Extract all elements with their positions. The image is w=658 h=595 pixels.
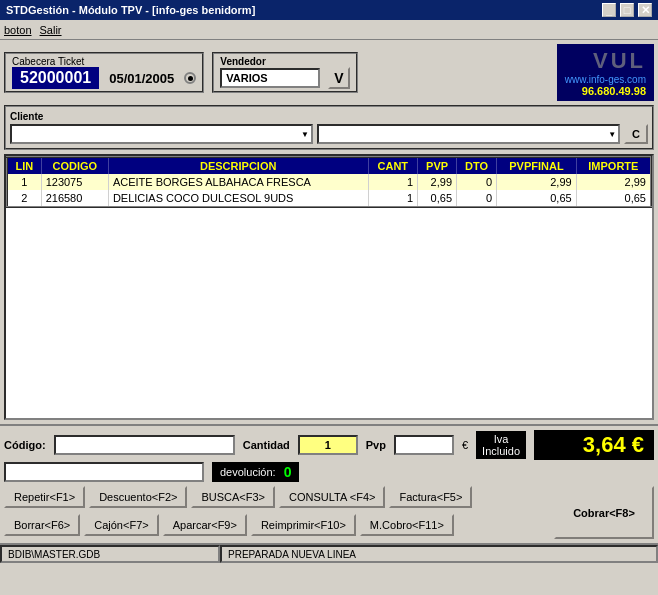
col-pvpfinal: PVPFINAL bbox=[497, 157, 577, 174]
cell-importe: 2,99 bbox=[576, 174, 651, 190]
v-badge: V bbox=[328, 67, 349, 89]
cell-codigo: 216580 bbox=[41, 190, 108, 207]
table-header-row: LIN CODIGO DESCRIPCION CANT PVP DTO PVPF… bbox=[7, 157, 651, 174]
cell-descripcion: DELICIAS COCO DULCESOL 9UDS bbox=[108, 190, 368, 207]
all-buttons: Repetir<F1> Descuento<F2> BUSCA<F3> CONS… bbox=[4, 486, 654, 539]
close-button[interactable]: ✕ bbox=[638, 3, 652, 17]
pvp-input[interactable] bbox=[394, 435, 454, 455]
cell-pvpfinal: 0,65 bbox=[497, 190, 577, 207]
devolucion-label: devolución: bbox=[220, 466, 276, 478]
btn-row1: Repetir<F1> Descuento<F2> BUSCA<F3> CONS… bbox=[4, 486, 550, 508]
devolucion-box: devolución: 0 bbox=[212, 462, 299, 482]
main-content: Cabecera Ticket 52000001 05/01/2005 Vend… bbox=[0, 40, 658, 424]
status-left: BDIB\MASTER.GDB bbox=[0, 545, 220, 563]
btn-consulta[interactable]: CONSULTA <F4> bbox=[279, 486, 385, 508]
cell-cant: 1 bbox=[368, 174, 418, 190]
menu-boton[interactable]: boton bbox=[4, 24, 32, 36]
cell-dto: 0 bbox=[457, 174, 497, 190]
codigo-input[interactable] bbox=[54, 435, 235, 455]
cell-pvp: 2,99 bbox=[418, 174, 457, 190]
pvp-label: Pvp bbox=[366, 439, 386, 451]
ticket-number: 52000001 bbox=[12, 67, 99, 89]
cliente-dropdown2[interactable]: ▼ bbox=[317, 124, 620, 144]
btn-cajon[interactable]: Cajón<F7> bbox=[84, 514, 158, 536]
cell-importe: 0,65 bbox=[576, 190, 651, 207]
cliente-dropdown1[interactable]: ▼ bbox=[10, 124, 313, 144]
header-section: Cabecera Ticket 52000001 05/01/2005 Vend… bbox=[4, 44, 654, 101]
c-button[interactable]: C bbox=[624, 124, 648, 144]
logo-vul: VUL bbox=[565, 48, 646, 74]
total-display: 3,64 € bbox=[534, 430, 654, 460]
btn-mcobro[interactable]: M.Cobro<F11> bbox=[360, 514, 454, 536]
table-row[interactable]: 2 216580 DELICIAS COCO DULCESOL 9UDS 1 0… bbox=[7, 190, 651, 207]
cabecera-box: Cabecera Ticket 52000001 05/01/2005 bbox=[4, 52, 204, 93]
btn-borrar[interactable]: Borrar<F6> bbox=[4, 514, 80, 536]
menu-bar: boton Salir bbox=[0, 20, 658, 40]
devolucion-value: 0 bbox=[284, 464, 292, 480]
maximize-button[interactable]: □ bbox=[620, 3, 634, 17]
logo-area: VUL www.info-ges.com 96.680.49.98 bbox=[557, 44, 654, 101]
cell-cant: 1 bbox=[368, 190, 418, 207]
phone: 96.680.49.98 bbox=[565, 85, 646, 97]
vendedor-label: Vendedor bbox=[220, 56, 349, 67]
col-dto: DTO bbox=[457, 157, 497, 174]
minimize-button[interactable]: _ bbox=[602, 3, 616, 17]
table-container: LIN CODIGO DESCRIPCION CANT PVP DTO PVPF… bbox=[4, 154, 654, 420]
cell-pvp: 0,65 bbox=[418, 190, 457, 207]
cell-lin: 2 bbox=[7, 190, 41, 207]
cantidad-label: Cantidad bbox=[243, 439, 290, 451]
website: www.info-ges.com bbox=[565, 74, 646, 85]
menu-salir[interactable]: Salir bbox=[40, 24, 62, 36]
bottom-section: Código: Cantidad Pvp € Iva Incluido 3,64… bbox=[0, 424, 658, 543]
btn-busca[interactable]: BUSCA<F3> bbox=[191, 486, 275, 508]
col-codigo: CODIGO bbox=[41, 157, 108, 174]
btn-row2: Borrar<F6> Cajón<F7> Aparcar<F9> Reimpri… bbox=[4, 514, 550, 536]
cabecera-label: Cabecera Ticket bbox=[12, 56, 196, 67]
btn-factura[interactable]: Factura<F5> bbox=[389, 486, 472, 508]
second-input[interactable] bbox=[4, 462, 204, 482]
btn-group-left: Repetir<F1> Descuento<F2> BUSCA<F3> CONS… bbox=[4, 486, 550, 539]
input-row2: devolución: 0 bbox=[4, 462, 654, 482]
col-importe: IMPORTE bbox=[576, 157, 651, 174]
col-descripcion: DESCRIPCION bbox=[108, 157, 368, 174]
status-bar: BDIB\MASTER.GDB PREPARADA NUEVA LINEA bbox=[0, 543, 658, 563]
col-pvp: PVP bbox=[418, 157, 457, 174]
btn-aparcar[interactable]: Aparcar<F9> bbox=[163, 514, 247, 536]
table-row[interactable]: 1 123075 ACEITE BORGES ALBAHACA FRESCA 1… bbox=[7, 174, 651, 190]
btn-cobrar[interactable]: Cobrar<F8> bbox=[554, 486, 654, 539]
cell-dto: 0 bbox=[457, 190, 497, 207]
cell-descripcion: ACEITE BORGES ALBAHACA FRESCA bbox=[108, 174, 368, 190]
btn-repetir[interactable]: Repetir<F1> bbox=[4, 486, 85, 508]
title-bar: STDGestión - Módulo TPV - [info-ges beni… bbox=[0, 0, 658, 20]
cell-pvpfinal: 2,99 bbox=[497, 174, 577, 190]
cobrar-label: Cobrar<F8> bbox=[573, 507, 635, 519]
status-right: PREPARADA NUEVA LINEA bbox=[220, 545, 658, 563]
cell-codigo: 123075 bbox=[41, 174, 108, 190]
vendedor-box: Vendedor VARIOS V bbox=[212, 52, 357, 93]
cliente-label: Cliente bbox=[10, 111, 648, 122]
btn-reimprimir[interactable]: Reimprimir<F10> bbox=[251, 514, 356, 536]
col-cant: CANT bbox=[368, 157, 418, 174]
codigo-label: Código: bbox=[4, 439, 46, 451]
cliente-section: Cliente ▼ ▼ C bbox=[4, 105, 654, 150]
cantidad-input[interactable] bbox=[298, 435, 358, 455]
window-title: STDGestión - Módulo TPV - [info-ges beni… bbox=[6, 4, 255, 16]
iva-box: Iva Incluido bbox=[476, 431, 526, 459]
date-field: 05/01/2005 bbox=[105, 69, 178, 88]
cliente-inputs: ▼ ▼ C bbox=[10, 124, 648, 144]
input-row1: Código: Cantidad Pvp € Iva Incluido 3,64… bbox=[4, 430, 654, 460]
vendedor-select[interactable]: VARIOS bbox=[220, 68, 320, 88]
cell-lin: 1 bbox=[7, 174, 41, 190]
dropdown-arrow1: ▼ bbox=[301, 130, 309, 139]
btn-descuento[interactable]: Descuento<F2> bbox=[89, 486, 187, 508]
dropdown-arrow2: ▼ bbox=[608, 130, 616, 139]
col-lin: LIN bbox=[7, 157, 41, 174]
euro-sign: € bbox=[462, 439, 468, 451]
radio-button[interactable] bbox=[184, 72, 196, 84]
empty-table-area bbox=[6, 208, 652, 418]
data-table: LIN CODIGO DESCRIPCION CANT PVP DTO PVPF… bbox=[6, 156, 652, 208]
